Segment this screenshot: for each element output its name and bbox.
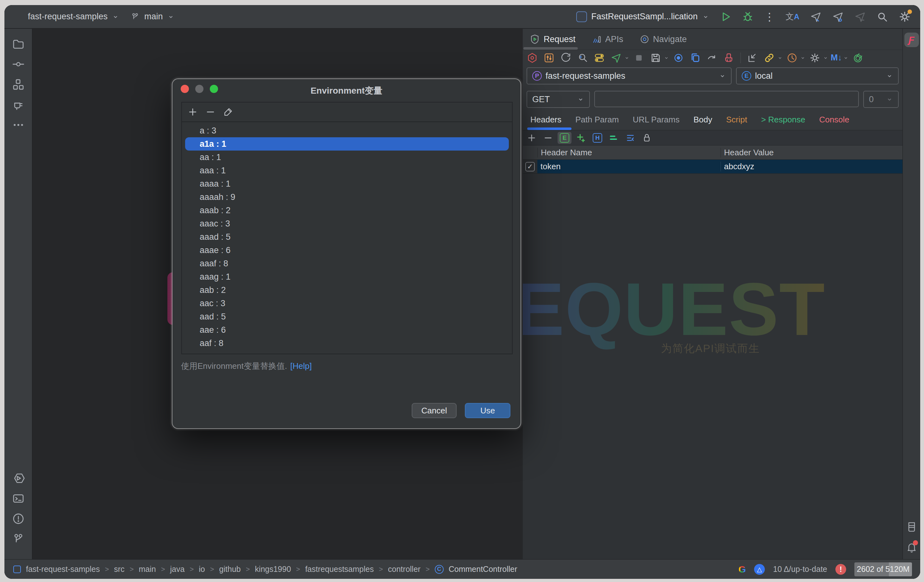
more-kebab-icon[interactable]: ⋮ — [764, 12, 775, 22]
tab-headers[interactable]: Headers — [530, 115, 561, 125]
structure-icon[interactable] — [12, 77, 25, 91]
undo-icon[interactable] — [705, 52, 719, 64]
config-sliders-icon[interactable] — [542, 52, 556, 64]
breadcrumb-item[interactable]: fast-request-samples — [26, 565, 100, 574]
remove-icon[interactable] — [204, 106, 217, 118]
row-checkbox[interactable] — [525, 162, 535, 171]
settings-gear-icon[interactable] — [899, 11, 911, 23]
env-list-item[interactable]: aaag : 1 — [185, 270, 509, 284]
tab-body[interactable]: Body — [693, 115, 712, 125]
env-list-item[interactable]: aaaf : 8 — [185, 257, 509, 270]
method-dropdown[interactable]: GET — [526, 91, 590, 108]
remove-icon[interactable] — [541, 132, 555, 144]
tab-script[interactable]: Script — [726, 115, 747, 125]
cancel-button[interactable]: Cancel — [412, 403, 457, 418]
target-icon[interactable] — [525, 52, 539, 64]
memory-stack-icon[interactable] — [905, 521, 918, 533]
branch-selector[interactable]: main — [130, 12, 174, 21]
tab-request[interactable]: Request — [530, 34, 576, 44]
terminal-icon[interactable] — [12, 491, 25, 505]
send-share-icon[interactable] — [810, 11, 822, 23]
breadcrumb-item[interactable]: fastrequestsamples — [305, 565, 374, 574]
link-icon[interactable] — [762, 52, 776, 64]
env-list-item[interactable]: aa : 1 — [185, 150, 509, 164]
env-list-item[interactable]: aaf : 8 — [185, 336, 509, 350]
lock-icon[interactable] — [640, 132, 654, 144]
breadcrumb-item[interactable]: kings1990 — [255, 565, 291, 574]
env-list-item[interactable]: aaad : 5 — [185, 230, 509, 244]
breadcrumb-item[interactable]: java — [170, 565, 185, 574]
google-icon[interactable]: G — [739, 564, 746, 575]
count-dropdown[interactable]: 0 — [863, 91, 899, 108]
env-list-item[interactable]: aab : 2 — [185, 284, 509, 297]
services-run-icon[interactable] — [12, 471, 25, 485]
import-icon[interactable] — [746, 52, 759, 64]
env-list-item[interactable]: aaaa : 1 — [185, 177, 509, 190]
env-list-item-selected[interactable]: a1a : 1 — [185, 137, 509, 150]
error-icon[interactable] — [835, 564, 846, 575]
save-icon[interactable] — [649, 52, 663, 64]
breadcrumb-item[interactable]: io — [199, 565, 205, 574]
env-list-item[interactable]: aaac : 3 — [185, 217, 509, 230]
header-value-cell[interactable]: abcdxyz — [721, 162, 903, 171]
edit-pencil-icon[interactable] — [222, 106, 234, 118]
history-clock-icon[interactable] — [785, 52, 799, 64]
plugin-plug-icon[interactable] — [12, 98, 25, 112]
header-badge-icon[interactable] — [591, 132, 604, 144]
env-badge-icon[interactable] — [558, 132, 571, 144]
record-icon[interactable] — [672, 52, 685, 64]
refresh-icon[interactable] — [559, 52, 573, 64]
env-list-item[interactable]: aad : 5 — [185, 310, 509, 323]
environment-dropdown[interactable]: local — [736, 68, 899, 84]
gear-caret-icon[interactable] — [823, 56, 828, 60]
tab-console[interactable]: Console — [819, 115, 849, 125]
problems-icon[interactable] — [12, 512, 25, 526]
gear-icon[interactable] — [808, 52, 822, 64]
tab-navigate[interactable]: Navigate — [640, 35, 687, 44]
send-request-icon[interactable] — [609, 52, 623, 64]
history-caret-icon[interactable] — [800, 56, 805, 60]
link-caret-icon[interactable] — [778, 56, 782, 60]
git-branch-icon[interactable] — [12, 532, 25, 546]
tab-response[interactable]: > Response — [761, 115, 805, 125]
env-list-item[interactable]: aaae : 6 — [185, 244, 509, 257]
column-header-name[interactable]: Header Name — [537, 148, 721, 158]
project-dropdown[interactable]: fast-request-samples — [526, 68, 732, 84]
env-list-item[interactable]: aac : 3 — [185, 297, 509, 310]
tab-path-param[interactable]: Path Param — [575, 115, 619, 125]
help-link[interactable]: [Help] — [290, 361, 312, 371]
send-settings-icon[interactable] — [832, 11, 844, 23]
memory-indicator[interactable]: 2602 of 5120M — [855, 562, 912, 576]
header-name-cell[interactable]: token — [537, 162, 721, 171]
breadcrumb-item[interactable]: src — [114, 565, 124, 574]
debug-icon[interactable] — [742, 11, 754, 23]
env-list-item[interactable]: a : 3 — [185, 124, 509, 137]
add-env-icon[interactable] — [574, 132, 588, 144]
env-list-item[interactable]: aaa : 1 — [185, 164, 509, 177]
table-row[interactable]: token abcdxyz — [523, 160, 903, 174]
search-icon[interactable] — [876, 11, 888, 23]
align-lines-icon[interactable] — [607, 132, 621, 144]
breadcrumb-item[interactable]: controller — [388, 565, 421, 574]
transfer-icon[interactable] — [624, 132, 637, 144]
toggle-icon[interactable] — [592, 52, 606, 64]
markdown-export-icon[interactable]: M↓ — [831, 53, 842, 63]
breadcrumb-item[interactable]: CommentController — [449, 565, 517, 574]
url-input[interactable] — [594, 91, 859, 107]
tab-scrollbar-thumb[interactable] — [523, 47, 578, 49]
breadcrumb-item[interactable]: github — [219, 565, 241, 574]
env-list-item[interactable]: aae : 6 — [185, 323, 509, 336]
translate-icon[interactable] — [786, 11, 799, 22]
env-list-item[interactable]: aaab : 2 — [185, 204, 509, 217]
project-folder-icon[interactable] — [12, 37, 25, 51]
notification-bell-icon[interactable] — [905, 541, 918, 554]
column-header-value[interactable]: Header Value — [721, 148, 903, 158]
copy-icon[interactable] — [688, 52, 702, 64]
send-caret-icon[interactable] — [625, 56, 629, 60]
tab-apis[interactable]: APIs — [592, 35, 624, 44]
tab-url-params[interactable]: URL Params — [633, 115, 680, 125]
run-configuration-selector[interactable]: FastRequestSampl...lication — [576, 12, 709, 22]
save-caret-icon[interactable] — [664, 56, 669, 60]
breadcrumb-item[interactable]: main — [139, 565, 156, 574]
more-dots-icon[interactable] — [12, 118, 25, 132]
